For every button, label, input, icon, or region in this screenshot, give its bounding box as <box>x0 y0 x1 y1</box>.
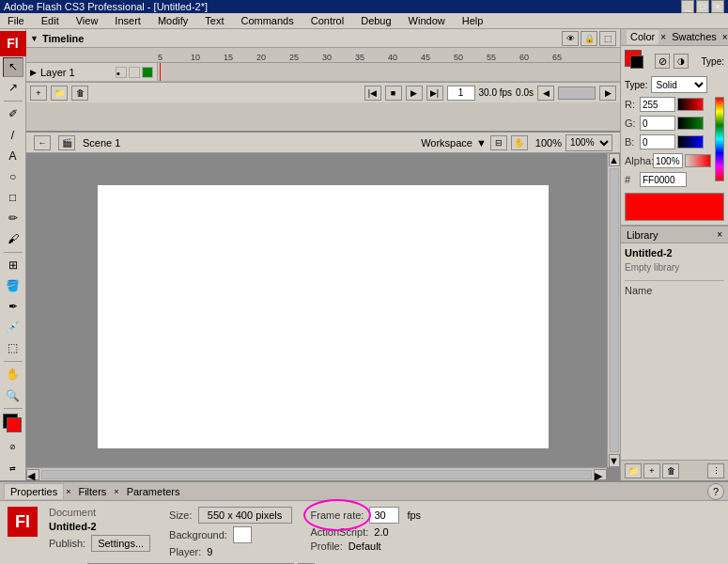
stop-btn[interactable]: ■ <box>385 86 402 101</box>
layer-lock-icon[interactable] <box>129 67 140 78</box>
layer-content-1[interactable] <box>158 63 620 81</box>
timeline-eye-btn[interactable]: 👁 <box>562 31 579 46</box>
tab-properties[interactable]: Properties <box>4 483 64 499</box>
menu-help[interactable]: Help <box>458 13 488 28</box>
stage-canvas[interactable] <box>98 185 549 448</box>
lib-add-item-btn[interactable]: + <box>643 463 660 478</box>
zoom-select[interactable]: 100% 50% 200% <box>565 134 612 151</box>
workspace-label[interactable]: Workspace <box>421 137 472 149</box>
tool-pencil[interactable]: ✏ <box>3 208 23 227</box>
tool-freexform[interactable]: ⊞ <box>3 255 23 274</box>
no-color-btn[interactable]: ⊘ <box>3 436 23 457</box>
stroke-swatch[interactable] <box>630 55 643 69</box>
g-slider[interactable] <box>677 117 704 130</box>
tool-hand[interactable]: ✋ <box>3 365 23 384</box>
menu-edit[interactable]: Edit <box>38 13 63 28</box>
lib-add-folder-btn[interactable]: 📁 <box>625 463 642 478</box>
minimize-button[interactable]: _ <box>681 0 694 13</box>
scroll-right-btn[interactable]: ▶ <box>594 469 607 480</box>
tool-zoom[interactable]: 🔍 <box>3 385 23 405</box>
g-input[interactable]: 0 <box>640 116 675 131</box>
close-button[interactable]: × <box>711 0 724 13</box>
b-slider[interactable] <box>677 135 704 149</box>
tool-eyedrop[interactable]: 💉 <box>3 318 23 337</box>
timeline-frame-btn[interactable]: ⬚ <box>599 31 616 46</box>
timeline-scroll-left[interactable]: ◀ <box>537 86 554 101</box>
menu-debug[interactable]: Debug <box>357 13 395 28</box>
menu-control[interactable]: Control <box>307 13 348 28</box>
size-button[interactable]: 550 x 400 pixels <box>198 507 292 524</box>
add-folder-btn[interactable]: 📁 <box>51 86 68 101</box>
alpha-input[interactable]: 100% <box>653 153 683 168</box>
menu-file[interactable]: File <box>4 13 28 28</box>
menu-view[interactable]: View <box>72 13 102 28</box>
color-type-select[interactable]: Solid Linear Radial <box>651 76 707 93</box>
tool-rect[interactable]: □ <box>3 187 23 207</box>
r-input[interactable]: 255 <box>640 97 675 112</box>
frame-number-input[interactable]: 1 <box>447 86 475 101</box>
scroll-down-btn[interactable]: ▼ <box>609 454 620 467</box>
tool-line[interactable]: / <box>3 125 23 145</box>
framerate-input[interactable]: 30 <box>369 507 399 524</box>
no-color-mini[interactable]: ⊘ <box>655 54 670 69</box>
horizontal-scrollbar[interactable]: ◀ ▶ <box>26 467 607 480</box>
color-preview-swatch[interactable] <box>625 193 724 221</box>
tool-text[interactable]: A <box>3 146 23 165</box>
tool-eraser[interactable]: ⬚ <box>3 338 23 358</box>
timeline-lock-btn[interactable]: 🔒 <box>581 31 597 46</box>
scroll-up-btn[interactable]: ▲ <box>609 153 620 166</box>
tab-color[interactable]: Color <box>627 30 658 44</box>
menu-commands[interactable]: Commands <box>237 13 297 28</box>
tool-arrow[interactable]: ↖ <box>3 57 23 77</box>
play-btn[interactable]: ▶ <box>406 86 423 101</box>
tool-oval[interactable]: ○ <box>3 166 23 186</box>
menu-text[interactable]: Text <box>201 13 227 28</box>
tool-ink[interactable]: ✒ <box>3 297 23 317</box>
tab-parameters[interactable]: Parameters <box>121 484 186 499</box>
stage-area[interactable]: ◀ ▶ ▲ ▼ <box>26 153 620 480</box>
timeline-scrollbar[interactable] <box>558 86 596 100</box>
delete-layer-btn[interactable]: 🗑 <box>71 86 88 101</box>
scroll-left-btn[interactable]: ◀ <box>26 469 39 480</box>
lib-options-btn[interactable]: ⋮ <box>707 463 724 478</box>
layer-name-1[interactable]: Layer 1 <box>40 67 75 78</box>
prev-frame-btn[interactable]: |◀ <box>364 86 381 101</box>
r-slider[interactable] <box>677 98 704 111</box>
tool-fill[interactable]: 🪣 <box>3 276 23 296</box>
tab-filters[interactable]: Filters <box>72 484 112 499</box>
menu-insert[interactable]: Insert <box>111 13 145 28</box>
scroll-thumb-v[interactable] <box>610 168 619 452</box>
add-layer-btn[interactable]: + <box>30 86 47 101</box>
menu-window[interactable]: Window <box>405 13 449 28</box>
timeline-collapse-btn[interactable]: ▼ <box>30 34 39 43</box>
timeline-scroll-right[interactable]: ▶ <box>599 86 616 101</box>
library-close-btn[interactable]: × <box>717 229 722 240</box>
color-spectrum-bar[interactable] <box>715 97 724 181</box>
tool-brush[interactable]: 🖌 <box>3 228 23 248</box>
b-input[interactable]: 0 <box>640 134 675 149</box>
maximize-button[interactable]: □ <box>696 0 709 13</box>
settings-button[interactable]: Settings... <box>91 535 150 552</box>
tab-swatches[interactable]: Swatches <box>668 30 720 44</box>
black-white-btn[interactable]: ◑ <box>674 54 689 69</box>
bg-color-box[interactable] <box>233 526 252 543</box>
next-frame-btn[interactable]: ▶| <box>426 86 443 101</box>
swap-colors-btn[interactable]: ⇄ <box>3 458 23 478</box>
stage-back-btn[interactable]: ← <box>34 135 51 150</box>
lib-delete-btn[interactable]: 🗑 <box>662 463 679 478</box>
props-help-button[interactable]: ? <box>707 483 724 500</box>
hex-input[interactable]: FF0000 <box>640 172 687 187</box>
stage-snap-btn[interactable]: ⊟ <box>490 135 507 150</box>
workspace-dropdown-icon[interactable]: ▼ <box>476 137 487 149</box>
alpha-slider[interactable] <box>685 154 711 167</box>
stage-hand-btn[interactable]: ✋ <box>511 135 528 150</box>
menu-modify[interactable]: Modify <box>154 13 192 28</box>
layer-eye-icon[interactable]: • <box>116 67 127 78</box>
vertical-scrollbar[interactable]: ▲ ▼ <box>607 153 620 467</box>
props-tab-close-2[interactable]: × <box>114 487 118 496</box>
props-tab-close-1[interactable]: × <box>66 487 70 496</box>
fill-color-box[interactable] <box>7 417 22 432</box>
scroll-thumb-h[interactable] <box>41 470 592 479</box>
tool-freehand[interactable]: ✐ <box>3 104 23 124</box>
tool-subselect[interactable]: ↗ <box>3 78 23 98</box>
